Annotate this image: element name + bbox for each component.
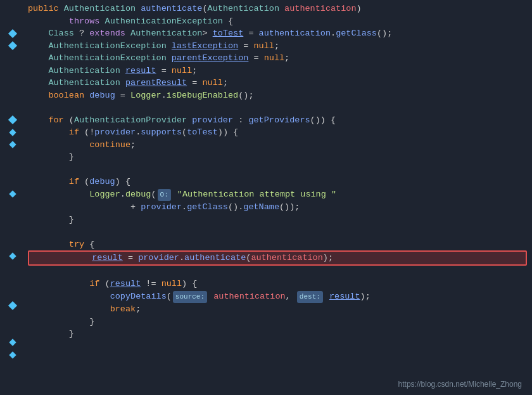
parens17b: ()); [279,201,300,214]
token-authex2: AuthenticationException [48,40,166,53]
bp-row-5 [0,52,25,65]
paren16: ( [151,188,156,201]
token-auth4: Authentication [48,65,120,77]
brace23: ) { [182,278,197,290]
paren21b: ); [323,252,333,264]
code-line-18: } [28,214,527,226]
code-line-11: if (!provider.supports(toTest)) { [28,126,527,139]
parens11: ( [182,126,187,139]
token-if3: if [89,278,99,290]
parens11b: )) { [218,126,238,139]
token-null5: null [162,278,182,290]
token-parens: (); [377,27,392,40]
brace20: { [84,238,94,251]
blank14 [28,164,33,176]
code-line-19 [28,226,527,238]
code-line-5: AuthenticationException parentException … [28,52,527,65]
code-line-22 [28,266,527,278]
token-lastex: lastException [172,40,238,53]
parens10: ()) { [310,114,336,127]
code-line-6: Authentication result = null; [28,65,527,77]
bp-row-4 [0,40,25,53]
breakpoint-4 [8,41,17,50]
code-editor: public Authentication authenticate(Authe… [0,0,532,395]
token-for: for [48,114,63,127]
indent-7 [28,77,48,89]
token-authex3: AuthenticationException [48,52,166,65]
indent-18 [28,214,69,226]
indent-6 [28,65,48,77]
bp-row-3 [0,27,25,40]
bp-row-27 [0,324,25,337]
token-eq: = [243,27,258,40]
breakpoint-16 [9,191,16,198]
token-supports: supports [141,126,182,139]
token-logger: Logger [130,89,162,102]
brace15: ) { [115,176,130,188]
close26: } [89,316,94,328]
breakpoint-10 [8,115,17,124]
code-line-14 [28,164,527,176]
breakpoint-11 [9,129,16,136]
parens8: (); [238,89,253,102]
token-null2: null [264,52,284,65]
eq8: = [115,89,130,102]
token-authprovider: AuthenticationProvider [74,114,187,127]
indent-20 [28,238,69,251]
bp-row-28 [0,337,25,349]
sp4 [167,40,172,53]
dot17: . [182,201,187,214]
indent-3 [28,27,48,40]
blank22 [28,266,33,278]
token-space2 [279,3,284,15]
bp-row-2 [0,15,25,28]
indent-17 [28,201,130,214]
token-result3: result [110,278,141,290]
token-provider2: provider [94,126,136,139]
bp-row-1 [0,3,25,15]
token-parentex: parentException [172,52,249,65]
sc7: ; [223,77,228,89]
close27: } [69,328,74,340]
token-provider4: provider [138,252,179,264]
token-auth5: Authentication [48,77,120,89]
bp-row-21 [0,250,25,262]
bp-row-6 [0,65,25,77]
token-getname: getName [243,201,279,214]
sp24b [324,290,329,303]
bp-row-14 [0,164,25,176]
bp-row-11 [0,126,25,139]
eq21: = [123,252,138,264]
token-null4: null [202,77,222,89]
sc12: ; [130,139,136,152]
indent-25 [28,303,110,316]
token-break: break [110,303,136,316]
indent-8 [28,89,48,102]
eq6: = [156,65,172,77]
code-line-24: copyDetails(source: authentication, dest… [28,290,527,304]
token-authenticate: authenticate [141,3,202,15]
code-line-4: AuthenticationException lastException = … [28,40,527,53]
close13: } [69,151,74,164]
token-auth-type2: Authentication [208,3,279,15]
token-debug2: debug [89,176,115,188]
breakpoint-21 [9,252,16,259]
blank19 [28,226,33,238]
indent-15 [28,176,69,188]
token-paren: ( [202,3,207,15]
code-line-23: if (result != null) { [28,278,527,290]
token-auth-param3: authentication [208,290,286,303]
token-getproviders: getProviders [248,114,310,127]
label-badge-source: source: [173,291,207,304]
dot21: . [179,252,184,264]
bp-row-25 [0,299,25,312]
code-line-20: try { [28,238,527,251]
bp-row-12 [0,139,25,152]
code-line-12: continue; [28,139,527,152]
paren24: ( [167,290,172,303]
token-null3: null [172,65,192,77]
token-getclass: getClass [336,27,377,40]
indent-11 [28,126,69,139]
sp24 [291,290,296,303]
token-parentresult: parentResult [125,77,187,89]
